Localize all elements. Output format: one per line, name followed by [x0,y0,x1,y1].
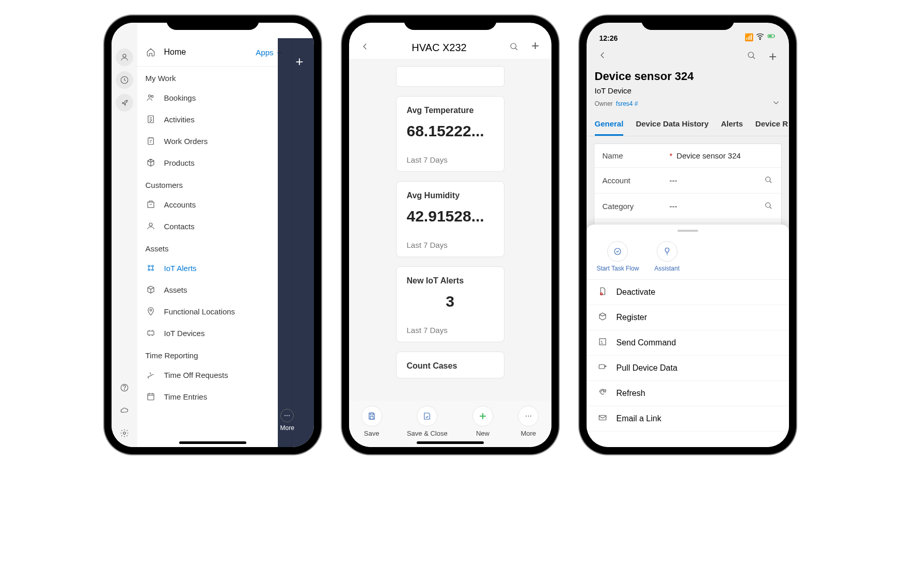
card-value: 3 [407,293,494,310]
nav-drawer: Home Apps → My Work Bookings Activities … [137,38,292,447]
nav-products[interactable]: Products [137,152,292,173]
contacts-icon [146,221,156,231]
screen-hvac: HVAC X232 + Avg Temperature 68.15222... … [349,23,551,447]
signal-icon: 📶 [745,33,753,41]
card-count-cases[interactable]: Count Cases [396,352,504,378]
more-icon: ⋯ [518,406,539,426]
nav-home-row[interactable]: Home Apps → [137,38,292,67]
svg-rect-9 [148,202,154,208]
add-button[interactable]: + [765,49,781,65]
save-close-button[interactable]: Save & Close [407,406,448,437]
more-tab[interactable]: ⋯ More [280,409,294,432]
back-button[interactable] [595,51,610,62]
phone-nav: Home Apps → My Work Bookings Activities … [104,15,321,454]
action-register[interactable]: Register [587,305,789,330]
search-button[interactable] [744,51,759,62]
profile-icon[interactable] [116,49,133,66]
nav-rail [112,23,137,447]
nav-iotdevices[interactable]: IoT Devices [137,322,292,344]
drag-handle[interactable] [677,230,698,232]
cards-area[interactable]: Avg Temperature 68.15222... Last 7 Days … [349,59,551,401]
tab-alerts[interactable]: Alerts [721,114,743,136]
nav-workorders[interactable]: Work Orders [137,130,292,152]
owner-link[interactable]: fsres4 # [616,100,638,107]
card-avg-humidity[interactable]: Avg Humidity 42.91528... Last 7 Days [396,181,504,257]
svg-point-26 [765,203,770,208]
nav-functional-locations[interactable]: Functional Locations [137,300,292,322]
search-button[interactable] [506,42,522,54]
lookup-icon[interactable] [764,175,773,186]
field-name[interactable]: Name * Device sensor 324 [594,144,781,168]
bottom-bar: Save Save & Close + New ⋯ More [349,401,551,447]
tab-device-data-history[interactable]: Device Data History [636,114,708,136]
more-button[interactable]: ⋯ More [518,406,539,437]
action-deactivate[interactable]: Deactivate [587,280,789,305]
nav-timeoff[interactable]: Time Off Requests [137,364,292,386]
svg-point-6 [151,96,153,98]
lookup-icon[interactable] [764,201,773,212]
device-type: IoT Device [595,86,781,95]
section-customers: Customers [137,173,292,194]
timeoff-icon [146,370,156,379]
settings-icon[interactable] [116,424,133,442]
svg-point-18 [511,43,516,49]
refresh-icon [597,388,608,399]
svg-point-12 [152,265,153,267]
svg-point-24 [748,52,754,58]
phone-hvac: HVAC X232 + Avg Temperature 68.15222... … [342,15,559,454]
section-time: Time Reporting [137,344,292,364]
email-icon [597,413,608,424]
nav-contacts[interactable]: Contacts [137,215,292,237]
svg-point-3 [124,389,124,390]
add-icon[interactable]: + [295,54,303,70]
nav-bookings[interactable]: Bookings [137,87,292,108]
nav-activities[interactable]: Activities [137,108,292,130]
pin-icon[interactable] [116,94,133,112]
nav-accounts[interactable]: Accounts [137,194,292,215]
page-title: HVAC X232 [379,42,500,54]
card-label: Avg Humidity [407,191,494,200]
nav-assets[interactable]: Assets [137,279,292,300]
field-category[interactable]: Category --- [594,194,781,219]
chevron-down-icon[interactable] [771,98,781,109]
cloud-icon[interactable] [116,402,133,419]
dim-overlay[interactable]: + ⋯ More [278,38,314,447]
send-command-icon [597,337,608,348]
svg-point-14 [152,269,153,271]
activities-icon [146,115,156,124]
action-list: Deactivate Register Send Command Pull De… [587,279,789,432]
field-account[interactable]: Account --- [594,168,781,194]
owner-row[interactable]: Owner fsres4 # [595,98,781,109]
deactivate-icon [597,287,608,298]
new-button[interactable]: + New [472,406,493,437]
battery-icon [767,31,776,42]
add-button[interactable]: + [528,38,543,54]
tab-general[interactable]: General [595,114,624,136]
action-refresh[interactable]: Refresh [587,381,789,406]
svg-rect-30 [599,365,605,369]
header: + [587,43,789,70]
nav-iotalerts[interactable]: IoT Alerts [137,257,292,279]
recent-icon[interactable] [116,71,133,89]
action-email-link[interactable]: Email a Link [587,406,789,432]
products-icon [146,158,156,167]
svg-point-11 [148,265,149,267]
card-sub: Last 7 Days [407,241,494,249]
screen-nav: Home Apps → My Work Bookings Activities … [112,23,314,447]
card-avg-temperature[interactable]: Avg Temperature 68.15222... Last 7 Days [396,96,504,172]
back-button[interactable] [357,42,373,54]
timeentries-icon [146,392,156,401]
help-icon[interactable] [116,379,133,396]
tab-device-r[interactable]: Device R [755,114,788,136]
accounts-icon [146,200,156,209]
assistant[interactable]: Assistant [654,241,680,272]
home-indicator [417,441,484,444]
card-sub: Last 7 Days [407,155,494,164]
action-send-command[interactable]: Send Command [587,330,789,356]
card-new-iot-alerts[interactable]: New IoT Alerts 3 Last 7 Days [396,266,504,342]
save-button[interactable]: Save [361,406,382,437]
action-pull-data[interactable]: Pull Device Data [587,356,789,381]
start-task-flow[interactable]: Start Task Flow [597,241,639,272]
wifi-icon [755,31,765,42]
nav-timeentries[interactable]: Time Entries [137,386,292,407]
